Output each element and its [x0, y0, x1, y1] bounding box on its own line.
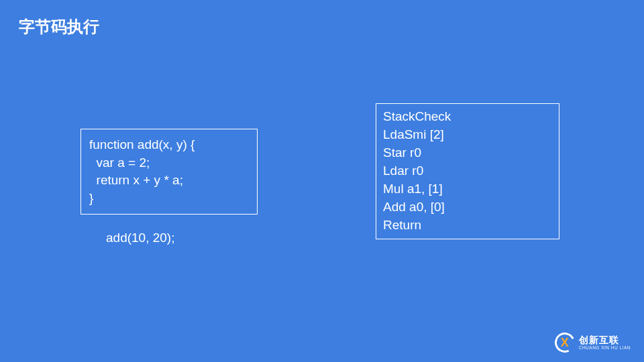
slide-title: 字节码执行 [19, 16, 99, 38]
logo-brand-cn: 创新互联 [579, 335, 631, 345]
bytecode-box: StackCheck LdaSmi [2] Star r0 Ldar r0 Mu… [376, 103, 559, 239]
logo-brand-en: CHUANG XIN HU LIAN [579, 346, 631, 351]
logo-text: 创新互联 CHUANG XIN HU LIAN [579, 335, 631, 351]
logo-mark-icon: X [555, 333, 575, 353]
call-expression: add(10, 20); [106, 231, 174, 245]
logo-x-icon: X [555, 333, 575, 353]
brand-logo: X 创新互联 CHUANG XIN HU LIAN [555, 333, 631, 353]
source-code-box: function add(x, y) { var a = 2; return x… [80, 129, 258, 215]
